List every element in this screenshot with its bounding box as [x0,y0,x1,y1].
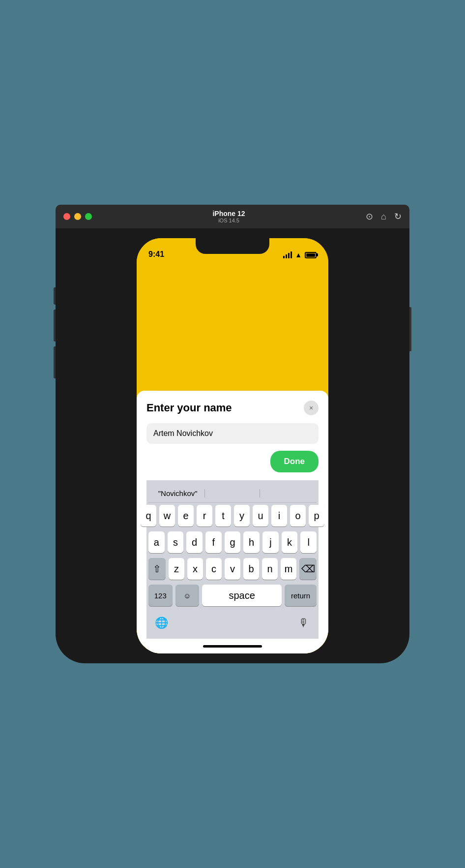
keyboard-row-1: q w e r t y u i o p [148,505,317,527]
done-button[interactable]: Done [270,451,319,472]
traffic-lights [63,213,92,220]
name-input[interactable] [146,423,319,444]
battery-fill [306,253,315,257]
status-time: 9:41 [148,250,164,259]
key-g[interactable]: g [225,531,241,553]
key-b[interactable]: b [243,558,259,580]
key-p[interactable]: p [309,505,324,527]
delete-key[interactable]: ⌫ [299,558,317,580]
screenshot-icon[interactable]: ⊙ [366,211,373,222]
mute-button [54,287,56,305]
volume-up-button [54,310,56,341]
modal-close-button[interactable]: × [304,401,319,415]
modal-header: Enter your name × [146,401,319,415]
done-button-row: Done [146,451,319,472]
key-l[interactable]: l [300,531,317,553]
phone-frame: 9:41 ▲ [56,228,409,663]
os-version: iOS 14.5 [218,217,239,223]
key-m[interactable]: m [281,558,296,580]
volume-down-button [54,346,56,378]
rotate-icon[interactable]: ↻ [394,211,402,222]
autocomplete-left[interactable]: "Novichkov" [150,487,205,499]
phone-screen: 9:41 ▲ [137,238,328,653]
space-key[interactable]: space [202,585,282,606]
key-y[interactable]: y [234,505,250,527]
keyboard-row-3: ⇧ z x c v b n m ⌫ [148,558,317,580]
phone-body: 9:41 ▲ [137,238,328,653]
signal-bars-icon [283,251,292,258]
key-d[interactable]: d [186,531,203,553]
key-e[interactable]: e [178,505,194,527]
title-info: iPhone 12 iOS 14.5 [212,210,245,223]
key-h[interactable]: h [243,531,260,553]
modal-sheet: Enter your name × Done "Novichkov" [137,391,328,653]
key-a[interactable]: a [148,531,165,553]
autocomplete-row: "Novichkov" [148,484,317,503]
key-o[interactable]: o [290,505,306,527]
emoji-key[interactable]: ☺ [175,585,200,606]
home-indicator [146,639,319,653]
key-v[interactable]: v [225,558,240,580]
numbers-key[interactable]: 123 [148,585,173,606]
signal-bar-2 [286,254,287,258]
traffic-light-yellow[interactable] [74,213,81,220]
key-w[interactable]: w [159,505,175,527]
notch [196,238,269,254]
key-x[interactable]: x [187,558,203,580]
title-actions: ⊙ ⌂ ↻ [366,211,402,222]
status-icons: ▲ [283,251,317,259]
signal-bar-4 [291,251,292,258]
key-s[interactable]: s [168,531,184,553]
autocomplete-center [205,487,260,499]
signal-bar-1 [283,256,285,258]
key-i[interactable]: i [271,505,287,527]
battery-icon [305,252,317,258]
keyboard-row-2: a s d f g h j k l [148,531,317,553]
wifi-icon: ▲ [295,251,302,259]
key-j[interactable]: j [262,531,279,553]
globe-key[interactable]: 🌐 [151,613,171,633]
key-f[interactable]: f [205,531,222,553]
home-icon[interactable]: ⌂ [381,212,386,222]
return-key[interactable]: return [285,585,317,606]
keyboard: "Novichkov" q w e r t y u [146,480,319,639]
home-bar [203,645,262,648]
key-n[interactable]: n [262,558,278,580]
keyboard-row-bottom: 123 ☺ space return [148,585,317,606]
key-c[interactable]: c [206,558,222,580]
key-k[interactable]: k [282,531,298,553]
traffic-light-green[interactable] [85,213,92,220]
key-u[interactable]: u [253,505,268,527]
traffic-light-red[interactable] [63,213,70,220]
microphone-key[interactable]: 🎙 [294,613,314,633]
device-name: iPhone 12 [212,210,245,217]
key-q[interactable]: q [141,505,156,527]
autocomplete-right [260,487,315,499]
shift-key[interactable]: ⇧ [148,558,166,580]
signal-bar-3 [288,253,290,258]
power-button [409,307,411,351]
title-bar: iPhone 12 iOS 14.5 ⊙ ⌂ ↻ [56,205,409,228]
keyboard-bottom-row: 🌐 🎙 [148,611,317,637]
key-t[interactable]: t [215,505,231,527]
simulator-window: iPhone 12 iOS 14.5 ⊙ ⌂ ↻ 9:41 [56,205,409,663]
modal-title: Enter your name [146,402,232,414]
key-z[interactable]: z [169,558,184,580]
key-r[interactable]: r [197,505,212,527]
